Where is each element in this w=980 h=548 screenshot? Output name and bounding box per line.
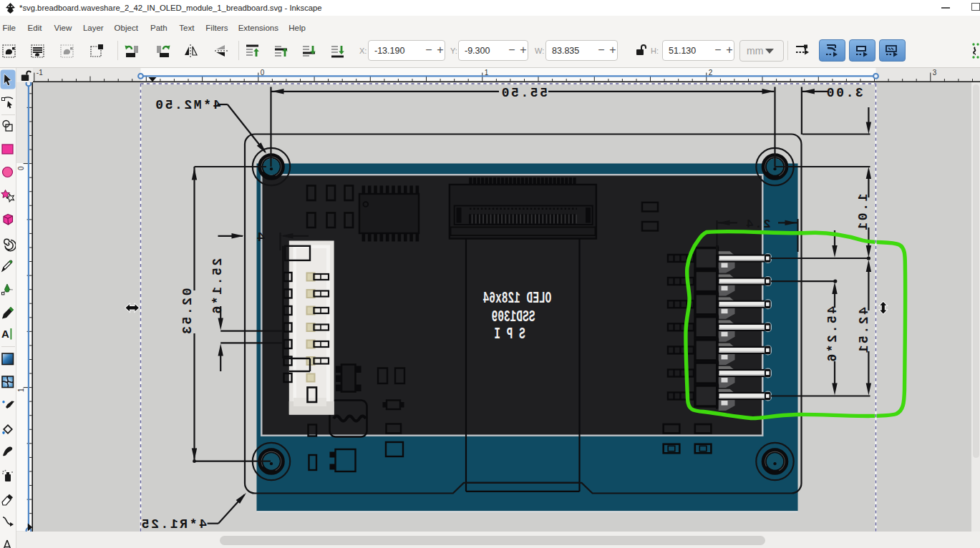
svg-text:1.01: 1.01 [856,194,870,233]
svg-text:4: 4 [257,230,265,245]
svg-text:42.51: 42.51 [857,307,871,355]
svg-text:2.4: 2.4 [744,217,771,231]
svg-text:3.00: 3.00 [825,86,863,100]
svg-text:45.2*6: 45.2*6 [825,306,840,363]
svg-text:0: 0 [17,166,25,170]
svg-text:02.53: 02.53 [180,288,195,336]
svg-text:4*R1.25: 4*R1.25 [140,517,207,532]
svg-text:S P I: S P I [494,325,525,343]
svg-text:55.50: 55.50 [500,86,548,100]
svg-text:-1: -1 [37,69,43,77]
svg-text:3: 3 [933,69,937,77]
svg-text:A: A [1,328,9,340]
svg-text:OLED 128x64: OLED 128x64 [483,289,552,308]
svg-text:1: 1 [17,388,25,392]
svg-text:25.1*6: 25.1*6 [210,258,225,315]
svg-text:SSD1309: SSD1309 [492,308,535,326]
svg-text:4*M2.50: 4*M2.50 [154,98,221,112]
